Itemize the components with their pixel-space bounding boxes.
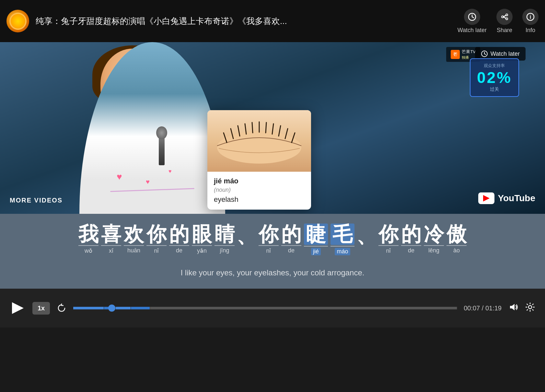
heart-decoration-2: ♥ — [146, 178, 150, 186]
lyric-char[interactable]: 的de — [169, 224, 189, 254]
volume-button[interactable] — [508, 302, 518, 315]
lyric-char-underline — [378, 245, 399, 246]
lyric-char[interactable]: 欢huān — [124, 224, 144, 254]
lyric-separator: 、 — [356, 224, 377, 246]
svg-line-2 — [472, 17, 474, 18]
svg-line-12 — [484, 54, 486, 55]
lyric-chinese-char: 你 — [378, 224, 399, 244]
audience-score-value: 02% — [477, 69, 512, 86]
share-label: Share — [497, 27, 512, 34]
dictionary-definition: eyelash — [214, 195, 305, 204]
lyric-char-underline — [446, 245, 467, 246]
share-button[interactable]: Share — [496, 9, 513, 34]
audience-pass-label: 过关 — [477, 86, 512, 92]
svg-marker-26 — [510, 304, 515, 310]
total-time: 01:19 — [485, 305, 502, 312]
lyric-pinyin: máo — [335, 248, 350, 255]
heart-decoration-3: ♥ — [168, 168, 172, 174]
heart-decoration-1: ♥ — [117, 172, 122, 182]
lyric-chinese-char: 欢 — [124, 224, 144, 244]
lyric-char[interactable]: 傲ào — [446, 224, 467, 254]
lyrics-area: 我wǒ喜xǐ欢huān你nǐ的de眼yǎn睛jīng、你nǐ的de睫jié毛má… — [0, 214, 545, 289]
lyric-pinyin: lěng — [428, 247, 439, 254]
lyric-chinese-char: 喜 — [101, 224, 121, 244]
svg-point-3 — [506, 14, 508, 16]
lyric-char[interactable]: 冷lěng — [424, 224, 444, 254]
lyric-chinese-char: 的 — [281, 224, 301, 244]
progress-bar[interactable] — [73, 307, 457, 309]
lyric-pinyin: de — [288, 247, 295, 254]
progress-thumb[interactable] — [108, 305, 115, 312]
lyric-char[interactable]: 喜xǐ — [101, 224, 121, 254]
info-icon: i — [522, 9, 539, 25]
lyric-char[interactable]: 你nǐ — [378, 224, 399, 254]
lyrics-translation: I like your eyes, your eyelashes, your c… — [13, 268, 532, 277]
time-display: 00:07 / 01:19 — [464, 305, 502, 312]
video-container: ♥ ♥ ♥ 芒 芒果TV独播 Watch later 观众支持率 02% 过关 … — [0, 42, 545, 214]
lyric-char[interactable]: 我wǒ — [78, 224, 99, 254]
lyric-pinyin: jīng — [220, 247, 229, 254]
lyric-char[interactable]: 眼yǎn — [192, 224, 212, 254]
eyelash-image — [207, 110, 311, 172]
progress-segments — [73, 307, 457, 309]
settings-button[interactable] — [525, 302, 535, 315]
more-videos-button[interactable]: MORE VIDEOS — [10, 197, 63, 204]
lyric-char[interactable]: 毛máo — [330, 224, 354, 255]
clock-icon — [464, 9, 480, 25]
current-time: 00:07 — [464, 305, 480, 312]
lyric-pinyin: nǐ — [266, 247, 271, 254]
dictionary-popup: jié máo (noun) eyelash — [207, 110, 311, 210]
lyrics-chinese-line: 我wǒ喜xǐ欢huān你nǐ的de眼yǎn睛jīng、你nǐ的de睫jié毛má… — [13, 224, 532, 255]
segment-1 — [73, 307, 104, 309]
lyric-pinyin: de — [408, 247, 414, 254]
video-title: 纯享：兔子牙甜度超标的演唱《小白兔遇上卡布奇诺》《我多喜欢... — [36, 16, 451, 27]
controls-bar: 1x 00:07 / 01:19 — [0, 289, 545, 328]
watch-later-label: Watch later — [458, 27, 487, 34]
lyric-chinese-char: 冷 — [424, 224, 444, 244]
info-button[interactable]: i Info — [522, 9, 539, 34]
lyric-pinyin: wǒ — [85, 247, 92, 254]
svg-point-4 — [506, 18, 508, 20]
lyric-char[interactable]: 你nǐ — [259, 224, 279, 254]
lyric-char[interactable]: 的de — [401, 224, 421, 254]
play-button[interactable] — [10, 300, 26, 316]
top-actions: Watch later Share — [458, 9, 539, 34]
lyric-char-underline — [169, 245, 189, 246]
lyric-char[interactable]: 睛jīng — [215, 224, 235, 254]
speed-button[interactable]: 1x — [32, 302, 50, 315]
channel-avatar[interactable] — [6, 10, 29, 32]
reload-button[interactable] — [56, 303, 67, 313]
watch-later-overlay-label: Watch later — [491, 51, 520, 57]
lyric-char[interactable]: 的de — [281, 224, 301, 254]
lyric-pinyin: de — [176, 247, 182, 254]
lyric-chinese-char: 的 — [169, 224, 189, 244]
dictionary-content: jié máo (noun) eyelash — [207, 172, 311, 210]
lyric-char-underline — [215, 245, 235, 246]
mango-icon: 芒 — [451, 50, 460, 59]
lyric-pinyin: xǐ — [109, 247, 113, 254]
lyric-char-underline — [101, 245, 121, 246]
lyric-chinese-char: 我 — [78, 224, 99, 244]
lyric-char-underline — [281, 245, 301, 246]
youtube-text: YouTube — [498, 193, 535, 203]
lyric-char-underline — [124, 245, 144, 246]
segment-4 — [131, 307, 150, 309]
lyric-chinese-char: 睛 — [215, 224, 235, 244]
svg-text:i: i — [530, 14, 531, 20]
svg-point-14 — [217, 131, 301, 164]
lyric-char-underline — [330, 246, 354, 247]
svg-point-27 — [528, 306, 532, 309]
lyric-char[interactable]: 睫jié — [304, 224, 328, 255]
share-icon — [496, 9, 513, 25]
lyric-char[interactable]: 你nǐ — [146, 224, 167, 254]
lyric-char-underline — [192, 245, 212, 246]
youtube-logo: YouTube — [478, 192, 535, 204]
lyric-chinese-char: 眼 — [192, 224, 212, 244]
lyric-pinyin: nǐ — [386, 247, 391, 254]
lyric-char-underline — [146, 245, 167, 246]
lyric-chinese-char: 傲 — [446, 224, 467, 244]
lyric-chinese-char: 毛 — [330, 224, 354, 245]
lyric-char-underline — [401, 245, 421, 246]
time-separator: / — [482, 305, 485, 312]
watch-later-button[interactable]: Watch later — [458, 9, 487, 34]
